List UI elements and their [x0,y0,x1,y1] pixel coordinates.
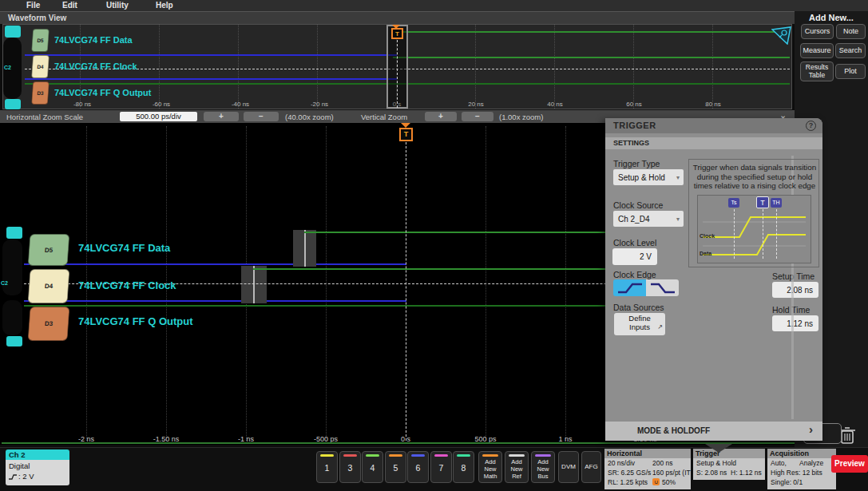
channel-color-stripe [320,454,334,457]
horizontal-badge-header: Horizontal [604,449,691,458]
dvm-button[interactable]: DVM [558,451,579,483]
trigger-flag-overview[interactable]: T [391,28,403,39]
h-zoom-factor: (40.00x zoom) [285,113,334,121]
add-search-button[interactable]: Search [835,43,866,58]
clock-low-trace [24,300,406,302]
trigger-panel: TRIGGER ? SETTINGS Trigger Type Setup & … [605,118,822,441]
help-icon[interactable]: ? [806,121,816,131]
trigger-badge-header: Trigger [693,449,765,458]
clock-source-dropdown[interactable]: Ch 2_D4 ▾ [613,211,684,227]
channel-7-button[interactable]: 7 [430,451,452,483]
ref-color-stripe [509,454,525,457]
h-resolution: 160 ps/pt (IT [652,469,691,477]
trigger-flag-main[interactable]: T [399,128,413,141]
channel-label-clock[interactable]: 74LVCG74 FF Clock [54,61,137,71]
channel-group-handle[interactable] [6,336,22,346]
clock-transition-edge [253,266,255,303]
channel-label-data[interactable]: 74LVCG74 FF Data [78,242,170,254]
settings-bar: Ch 2 Digital : 2 V 1 3 4 [0,447,868,491]
menu-help[interactable]: Help [156,1,173,10]
channel-number: 5 [386,463,406,473]
data-low-trace [24,263,406,265]
diagram-data-label: Data [700,251,711,256]
channel-group-handle[interactable] [5,99,21,109]
add-new-bus-label: Add New Bus [532,458,554,480]
channel-badge-d4[interactable]: D4 [27,269,69,303]
trigger-panel-titlebar[interactable]: TRIGGER ? [605,118,822,133]
trigger-badge[interactable]: Setup & Hold S: 2.08 ns H: 1.12 ns [693,458,765,480]
channel-badge-d3[interactable]: D3 [27,307,69,341]
mode-holdoff-label: MODE & HOLDOFF [637,426,710,435]
channel-3-button[interactable]: 3 [339,451,361,483]
settings-section-header: SETTINGS [605,137,822,149]
channel-group-bracket[interactable] [2,300,22,335]
channel-1-button[interactable]: 1 [316,451,338,483]
channel-label-q[interactable]: 74LVCG74 FF Q Output [78,315,193,327]
clock-edge-label: Clock Edge [613,270,656,279]
setup-time-marker: Ts [728,198,739,208]
channel-number: 6 [408,463,428,473]
setup-hold-diagram: Ts T TH Clock Data [697,195,811,263]
horizontal-badge[interactable]: 20 ns/div 200 ns SR: 6.25 GS/s 160 ps/pt… [604,458,691,489]
overview-waveform-area[interactable]: -80 ns -60 ns -40 ns -20 ns 0 s 20 ns 40… [2,24,792,109]
axis-tick: 80 ns [705,101,721,108]
zoom-overview-icon[interactable] [771,26,791,45]
channel-label-q[interactable]: 74LVCG74 FF Q Output [54,88,151,97]
channel-2-mode: Digital [9,461,69,472]
add-new-math-label: Add New Math [479,458,501,480]
menu-edit[interactable]: Edit [62,1,77,10]
h-zoom-plus-button[interactable]: + [204,112,239,121]
add-cursors-button[interactable]: Cursors [801,24,834,39]
clock-level-field[interactable]: 2 V [612,248,657,265]
add-new-bus-button[interactable]: Add New Bus [531,451,555,483]
trigger-info-box: Trigger when data signals transition dur… [688,159,819,267]
channel-badge-d4[interactable]: D4 [31,55,50,78]
channel-group-bracket[interactable] [2,240,22,295]
setup-time-field[interactable]: 2.08 ns [772,282,818,298]
mode-holdoff-bar[interactable]: MODE & HOLDOFF › [605,422,822,441]
trigger-time-line [406,142,406,441]
channel-label-data[interactable]: 74LVCG74 FF Data [54,35,133,45]
add-measure-button[interactable]: Measure [800,43,834,58]
channel-number: 4 [363,463,382,473]
menu-file[interactable]: File [26,1,40,10]
trigger-source-tag: C2 [4,65,11,70]
h-zoom-minus-button[interactable]: − [244,112,279,121]
channel-2-badge[interactable]: Ch 2 Digital : 2 V [6,449,69,485]
trigger-panel-title: TRIGGER [613,121,656,130]
hold-time-field[interactable]: 1.12 ns [772,315,818,331]
channel-badge-d5[interactable]: D5 [28,234,70,266]
h-zoom-scale-input[interactable]: 500.00 ps/div [120,112,197,121]
add-new-ref-button[interactable]: Add New Ref [505,451,529,483]
channel-group-handle[interactable] [5,26,21,38]
preview-button[interactable]: Preview [831,455,868,473]
afg-button[interactable]: AFG [581,451,601,483]
waveform-view-title: Waveform View [8,14,66,22]
v-zoom-label: Vertical Zoom [361,113,407,121]
data-low-trace [25,54,397,56]
define-inputs-button[interactable]: Define Inputs ↗ [614,313,665,335]
channel-badge-d3[interactable]: D3 [31,81,50,105]
menu-utility[interactable]: Utility [106,1,129,10]
channel-8-button[interactable]: 8 [453,451,474,483]
rising-edge-button[interactable] [613,279,646,296]
v-zoom-minus-button[interactable]: − [462,112,493,121]
trigger-times: S: 2.08 ns H: 1.12 ns [696,469,762,477]
add-plot-button[interactable]: Plot [835,64,866,79]
diagram-clock-label: Clock [700,233,715,239]
channel-4-button[interactable]: 4 [362,451,383,483]
channel-5-button[interactable]: 5 [385,451,406,483]
threshold-edge-icon [9,473,18,481]
channel-badge-d5[interactable]: D5 [31,29,50,52]
add-results-table-button[interactable]: Results Table [800,61,834,81]
acquisition-badge[interactable]: Auto, Analyze High Res: 12 bits Single: … [767,458,836,489]
trigger-type-dropdown[interactable]: Setup & Hold ▾ [613,169,684,185]
add-note-button[interactable]: Note [836,24,866,39]
add-new-math-button[interactable]: Add New Math [478,451,502,483]
v-zoom-plus-button[interactable]: + [425,112,457,121]
falling-edge-button[interactable] [646,279,679,296]
channel-6-button[interactable]: 6 [407,451,429,483]
channel-group-handle[interactable] [6,227,22,239]
falling-edge-icon [648,282,677,295]
channel-label-clock[interactable]: 74LVCG74 FF Clock [78,279,176,291]
